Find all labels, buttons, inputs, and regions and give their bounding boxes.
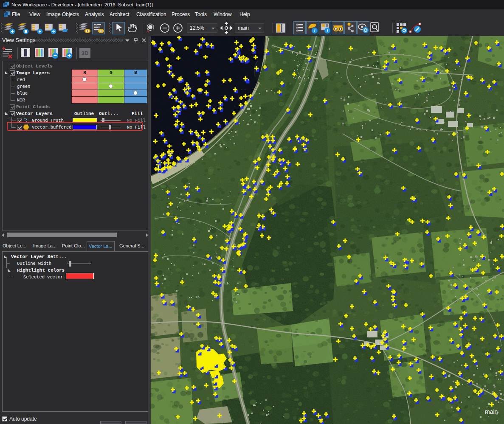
- svg-text:i: i: [327, 28, 328, 33]
- svg-text:3D: 3D: [82, 50, 89, 56]
- svg-text:i: i: [314, 28, 315, 33]
- svg-text:main: main: [485, 408, 498, 415]
